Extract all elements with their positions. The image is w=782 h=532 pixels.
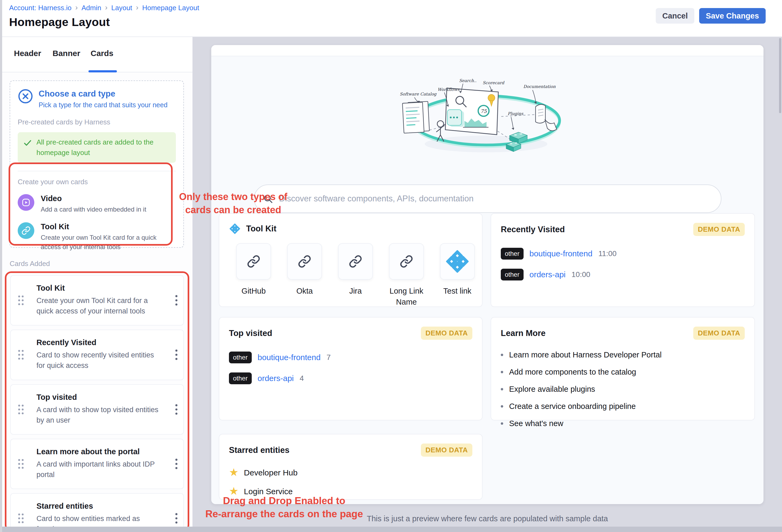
- card-title: Learn More: [501, 328, 545, 338]
- active-tab-underline: [88, 70, 117, 72]
- preview-card-recently-visited[interactable]: Recently Visited DEMO DATA other boutiqu…: [491, 213, 755, 307]
- starred-entity-row[interactable]: ★Developer Hub: [229, 467, 472, 478]
- close-circle-icon[interactable]: [18, 88, 33, 104]
- toolkit-link-okta[interactable]: Okta: [287, 243, 322, 307]
- catalog-doc: [402, 101, 429, 133]
- preview-card-starred-entities[interactable]: Starred entities DEMO DATA ★Developer Hu…: [219, 434, 483, 500]
- option-name: Video: [41, 194, 146, 203]
- search-icon: [263, 193, 273, 204]
- chevron-right-icon: ›: [75, 4, 78, 11]
- precreated-section-label: Pre-created cards by Harness: [18, 118, 176, 126]
- tab-header[interactable]: Header: [14, 49, 41, 58]
- entity-count: 4: [300, 374, 304, 383]
- learn-more-item[interactable]: Add more components to the catalog: [501, 368, 745, 377]
- added-card-learn-more[interactable]: Learn more about the portal A card with …: [10, 439, 184, 489]
- learn-more-item[interactable]: Learn more about Harness Developer Porta…: [501, 351, 745, 359]
- added-card-top-visited[interactable]: Top visited A card with to show top visi…: [10, 384, 184, 435]
- drag-handle-icon[interactable]: [17, 513, 25, 524]
- added-card-description: Card to show recently visited entities f…: [36, 350, 163, 371]
- chooser-subtitle: Pick a type for the card that suits your…: [39, 101, 168, 109]
- entity-time: 11:00: [598, 249, 616, 258]
- added-card-toolkit[interactable]: Tool Kit Create your own Tool Kit card f…: [10, 275, 184, 325]
- breadcrumb-admin[interactable]: Admin: [81, 4, 101, 12]
- breadcrumb-homepage-layout[interactable]: Homepage Layout: [142, 4, 199, 12]
- kebab-menu-icon[interactable]: [175, 294, 178, 306]
- cancel-button[interactable]: Cancel: [656, 8, 694, 24]
- label-software-catalog: Software Catalog: [400, 92, 437, 97]
- bullet-dot-icon: [501, 422, 503, 425]
- demo-data-badge: DEMO DATA: [693, 327, 745, 340]
- breadcrumb-layout[interactable]: Layout: [111, 4, 132, 12]
- sidebar: Header Banner Cards Choose a card type P…: [2, 36, 192, 532]
- entity-link[interactable]: boutique-frontend: [530, 249, 593, 258]
- entity-row: other boutique-frontend 7: [229, 352, 472, 363]
- learn-more-item[interactable]: Explore available plugins: [501, 385, 745, 394]
- card-title: Recently Visited: [501, 225, 565, 234]
- preview-card-toolkit[interactable]: Tool Kit GitHub Okta Jira: [219, 213, 483, 307]
- kebab-menu-icon[interactable]: [175, 403, 178, 415]
- preview-search-bar: [254, 184, 721, 213]
- starred-entity-name: Developer Hub: [244, 468, 297, 477]
- kebab-menu-icon[interactable]: [175, 512, 178, 524]
- option-description: Create your own Tool Kit card for a quic…: [41, 233, 159, 252]
- save-changes-button[interactable]: Save Changes: [699, 8, 766, 24]
- added-card-title: Tool Kit: [36, 284, 163, 292]
- learn-more-item[interactable]: See what's new: [501, 419, 745, 428]
- star-icon: ★: [229, 467, 239, 477]
- option-name: Tool Kit: [41, 222, 159, 231]
- sidebar-tabs: Header Banner Cards: [2, 36, 192, 72]
- drag-handle-icon[interactable]: [17, 458, 25, 469]
- added-card-starred-entities[interactable]: Starred entities Card to show entities m…: [10, 493, 184, 532]
- preview-card-top-visited[interactable]: Top visited DEMO DATA other boutique-fro…: [219, 317, 483, 421]
- drag-handle-icon[interactable]: [17, 404, 25, 415]
- homepage-preview-panel: 75: [211, 45, 763, 504]
- search-input[interactable]: [279, 193, 712, 204]
- card-type-option-video[interactable]: Video Add a card with video embedded in …: [18, 194, 176, 214]
- option-description: Add a card with video embedded in it: [41, 205, 146, 214]
- bullet-dot-icon: [501, 405, 503, 407]
- bullet-dot-icon: [501, 371, 503, 373]
- demo-data-badge: DEMO DATA: [421, 444, 472, 457]
- learn-more-text: Explore available plugins: [509, 385, 595, 394]
- header-bar: Account: Harness.io › Admin › Layout › H…: [2, 0, 782, 37]
- breadcrumb-account[interactable]: Account: Harness.io: [9, 4, 72, 12]
- toolkit-link-label: Long Link Name: [385, 286, 428, 307]
- page-title: Homepage Layout: [9, 15, 110, 29]
- entity-link[interactable]: orders-api: [530, 270, 566, 279]
- label-search: Search..: [459, 78, 476, 83]
- learn-more-item[interactable]: Create a service onboarding pipeline: [501, 402, 745, 411]
- link-icon: [349, 255, 362, 268]
- entity-time: 10:00: [572, 270, 590, 279]
- toolkit-link-test-link[interactable]: Test link: [440, 243, 475, 307]
- idp-overview-illustration: 75: [386, 67, 586, 157]
- cards-added-label: Cards Added: [10, 259, 50, 268]
- entity-kind-tag: other: [501, 269, 524, 281]
- toolkit-link-label: Jira: [334, 286, 377, 296]
- kebab-menu-icon[interactable]: [175, 458, 178, 470]
- harness-diamond-icon: [229, 223, 241, 235]
- label-workflows: Workflows: [437, 87, 460, 92]
- entity-link[interactable]: orders-api: [258, 374, 294, 383]
- toolkit-link-jira[interactable]: Jira: [338, 243, 373, 307]
- tab-banner[interactable]: Banner: [52, 49, 80, 58]
- added-card-recently-visited[interactable]: Recently Visited Card to show recently v…: [10, 329, 184, 380]
- toolkit-link-github[interactable]: GitHub: [236, 243, 271, 307]
- entity-kind-tag: other: [229, 373, 252, 384]
- tab-cards[interactable]: Cards: [91, 49, 113, 58]
- learn-more-text: Create a service onboarding pipeline: [509, 402, 636, 411]
- demo-data-badge: DEMO DATA: [693, 223, 745, 236]
- drag-handle-icon[interactable]: [17, 349, 25, 360]
- card-type-option-toolkit[interactable]: Tool Kit Create your own Tool Kit card f…: [18, 222, 176, 252]
- preview-card-learn-more[interactable]: Learn More DEMO DATA Learn more about Ha…: [491, 317, 755, 421]
- starred-entity-row[interactable]: ★Login Service: [229, 486, 472, 497]
- chooser-title: Choose a card type: [39, 89, 168, 99]
- entity-link[interactable]: boutique-frontend: [258, 353, 321, 362]
- kebab-menu-icon[interactable]: [175, 349, 178, 361]
- added-card-title: Starred entities: [36, 502, 163, 510]
- scrollbar-thumb[interactable]: [779, 38, 781, 113]
- learn-more-text: Add more components to the catalog: [509, 368, 636, 377]
- drag-handle-icon[interactable]: [17, 295, 25, 306]
- toolkit-link-label: GitHub: [232, 286, 275, 296]
- preview-area: 75: [192, 36, 782, 532]
- toolkit-link-long-link-name[interactable]: Long Link Name: [389, 243, 424, 307]
